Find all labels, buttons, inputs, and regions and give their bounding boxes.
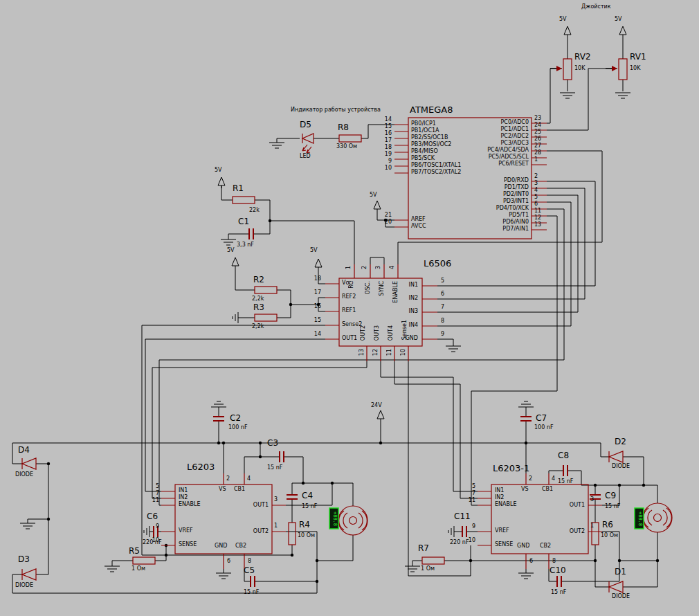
pin-name: PB3/MOSI/OC2 [411, 142, 451, 147]
part-value: 15 nF [551, 590, 566, 595]
pin-name: IN1 [179, 488, 188, 493]
pin-name: PD3/INT1 [453, 199, 529, 204]
pin-number: 12 [373, 349, 379, 356]
pin-name: OSC. [365, 281, 371, 295]
led-d5 [302, 134, 314, 153]
pin-number: 7 [143, 491, 159, 496]
motor1-rpm-value: +88.8 [332, 510, 337, 528]
resistor-r3 [255, 314, 277, 321]
pin-number: 4 [390, 266, 395, 269]
pin-number: 4 [247, 476, 251, 482]
pin-number: 23 [534, 116, 541, 121]
part-value: 100 nF [534, 425, 553, 431]
part-ref: C1 [238, 217, 249, 226]
pin-number: 11 [459, 498, 475, 503]
resistor-r2 [255, 287, 277, 293]
pin-number: 1 [274, 523, 278, 529]
pin-number: 25 [534, 129, 541, 135]
pin-number: 5 [143, 484, 159, 489]
pin-number: 3 [376, 266, 381, 269]
part-ref: C8 [558, 451, 569, 460]
pin-name: Sense1 [402, 320, 408, 340]
pin-number: 11 [534, 208, 541, 214]
part-value: 15 nF [267, 465, 282, 471]
pin-name: OUT3 [374, 325, 380, 341]
ic-title-l6203b: L6203-1 [493, 464, 529, 473]
resistor-r1 [233, 197, 255, 203]
part-ref: R2 [253, 275, 264, 284]
pin-name: OUT1 [239, 502, 269, 508]
part-ref: D4 [18, 446, 30, 454]
pin-name: AVCC [411, 224, 426, 229]
resistor-r5 [133, 557, 155, 564]
part-ref: RV2 [574, 53, 591, 61]
pin-name: OUT2 [239, 529, 269, 534]
pin-number: 2 [529, 476, 532, 482]
potentiometer-rv2 [550, 59, 572, 80]
pin-number: 7 [441, 305, 444, 310]
part-value: 10 Ом [601, 533, 618, 538]
diode-d2 [609, 451, 623, 462]
pin-name: CB2 [540, 543, 551, 549]
pin-number: 8 [441, 318, 444, 324]
ic-title-atmega8: ATMEGA8 [410, 105, 453, 114]
pin-number: 28 [534, 150, 541, 156]
pin-number: 3 [590, 497, 594, 502]
pin-number: 5 [459, 484, 475, 489]
pin-number: 16 [376, 131, 392, 136]
part-value: LED [300, 154, 311, 159]
pin-number: 8 [552, 559, 556, 564]
pin-name: PB7/TOSC2/XTAL2 [411, 170, 461, 175]
pin-name: IN2 [495, 495, 504, 500]
pin-number: 4 [534, 188, 538, 193]
part-value: 15 nF [558, 479, 573, 484]
pin-number: 1 [534, 157, 538, 163]
pin-number: 4 [552, 476, 555, 482]
pin-number: 15 [307, 318, 321, 323]
part-ref: C6 [147, 512, 158, 520]
capacitor-c5 [251, 576, 255, 587]
pin-name: IN1 [495, 488, 504, 493]
pin-name: PD5/T1 [453, 212, 529, 218]
part-value: 220 nF [143, 540, 161, 545]
motor-2 [643, 503, 672, 532]
pin-number: 11 [387, 349, 392, 356]
pin-name: REF2 [342, 294, 356, 300]
pin-number: 5 [441, 278, 444, 284]
pin-number: 6 [227, 559, 230, 564]
pin-number: 1 [590, 523, 594, 529]
part-value: 3,3 nF [237, 242, 254, 248]
pin-name: PB1/OC1A [411, 128, 439, 134]
pin-number: 14 [376, 117, 392, 123]
pin-name: OUT2 [361, 325, 366, 341]
power-5v-label: 5V [310, 248, 318, 253]
pin-name: AREF [411, 217, 426, 222]
capacitor-c4 [287, 495, 298, 499]
pin-number: 10 [401, 349, 406, 356]
pin-number: 19 [376, 152, 392, 157]
part-value: 22k [249, 208, 260, 213]
part-value: 330 Ом [336, 144, 357, 150]
part-ref: D5 [300, 120, 311, 129]
pin-number: 6 [534, 201, 538, 207]
capacitor-c7 [520, 417, 532, 421]
part-value: 10 Ом [298, 533, 315, 538]
pin-name: PD6/AIN0 [453, 219, 529, 225]
power-5v-label: 5V [559, 17, 567, 22]
pin-name: GND [517, 543, 529, 549]
resistor-symbols[interactable] [133, 135, 599, 564]
diode-d3 [22, 569, 36, 580]
pin-name: VS [521, 487, 529, 492]
part-ref: D3 [18, 555, 30, 563]
pin-name: REF1 [342, 308, 356, 314]
ground-symbols [20, 93, 630, 579]
pin-number: 13 [534, 222, 541, 228]
part-value: DIODE [612, 594, 630, 599]
pin-name: PB2/SS/OC1B [411, 135, 448, 141]
pin-number: 9 [376, 158, 392, 164]
resistor-r8 [339, 135, 361, 142]
pin-name: VREF [179, 528, 193, 534]
pin-number: 9 [459, 524, 475, 529]
pin-name: CB1 [542, 487, 553, 492]
pin-number: 7 [459, 491, 475, 496]
